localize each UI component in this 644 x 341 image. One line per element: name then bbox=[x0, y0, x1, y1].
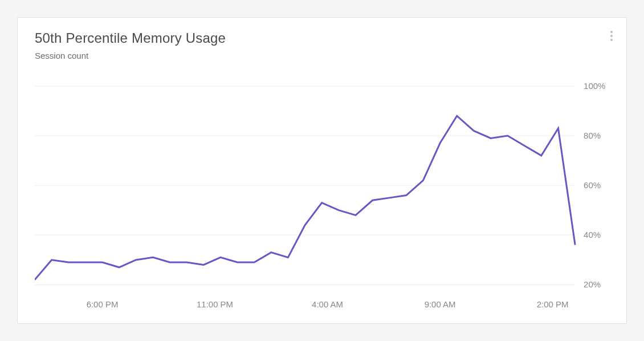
card-title: 50th Percentile Memory Usage bbox=[35, 30, 609, 46]
kebab-dot bbox=[610, 31, 613, 33]
chart-card: 50th Percentile Memory Usage Session cou… bbox=[17, 17, 627, 324]
y-axis-labels: 100%80%60%40%20% bbox=[584, 81, 605, 289]
svg-text:4:00 AM: 4:00 AM bbox=[312, 299, 343, 309]
svg-text:11:00 PM: 11:00 PM bbox=[197, 299, 233, 309]
more-menu-button[interactable] bbox=[605, 29, 618, 43]
svg-text:100%: 100% bbox=[584, 81, 605, 91]
kebab-dot bbox=[610, 39, 613, 41]
svg-text:40%: 40% bbox=[584, 230, 601, 239]
chart-plot-area: 100%80%60%40%20% 6:00 PM11:00 PM4:00 AM9… bbox=[35, 80, 609, 313]
card-subtitle: Session count bbox=[35, 51, 609, 60]
line-chart: 100%80%60%40%20% 6:00 PM11:00 PM4:00 AM9… bbox=[35, 80, 609, 313]
svg-text:60%: 60% bbox=[584, 180, 601, 190]
svg-text:2:00 PM: 2:00 PM bbox=[537, 299, 569, 309]
svg-text:20%: 20% bbox=[584, 279, 601, 289]
svg-text:9:00 AM: 9:00 AM bbox=[425, 299, 456, 309]
svg-text:6:00 PM: 6:00 PM bbox=[87, 299, 119, 309]
kebab-dot bbox=[610, 35, 613, 37]
gridlines bbox=[35, 86, 575, 285]
svg-text:80%: 80% bbox=[584, 131, 601, 140]
series-line bbox=[35, 116, 575, 279]
x-axis-labels: 6:00 PM11:00 PM4:00 AM9:00 AM2:00 PM bbox=[87, 299, 569, 309]
